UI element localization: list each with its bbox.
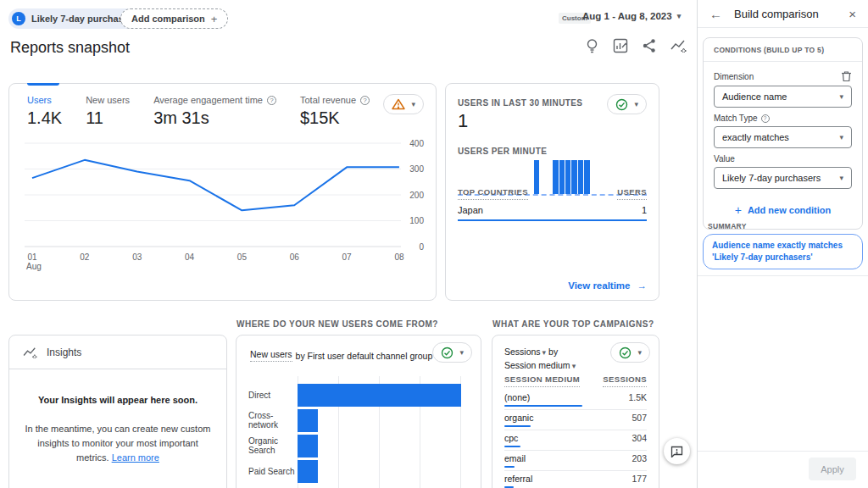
- help-icon[interactable]: ?: [761, 114, 770, 123]
- session-medium-value: referral: [504, 474, 532, 484]
- feedback-button[interactable]: [664, 438, 690, 464]
- dimension-select[interactable]: Audience name ▾: [714, 86, 852, 108]
- check-circle-icon: [615, 98, 628, 111]
- report-toolbar: [585, 38, 687, 53]
- metrics-overview-card: Users1.4KNew users11Average engagement t…: [8, 83, 437, 301]
- date-range-selector[interactable]: Aug 1 - Aug 8, 2023 ▾: [582, 11, 681, 21]
- date-range-label: Aug 1 - Aug 8, 2023: [582, 11, 672, 21]
- sessions-value: 1.5K: [628, 392, 647, 402]
- data-quality-ok-dropdown[interactable]: ▾: [607, 94, 647, 114]
- conditions-body: Dimension Audience name ▾ Match Type ?: [704, 62, 862, 189]
- sessions-value: 304: [632, 433, 647, 443]
- metric-tab-label: New users: [86, 95, 130, 105]
- table-row-organic: organic507: [504, 410, 647, 430]
- insights-headline: Your Insights will appear here soon.: [25, 395, 211, 405]
- metric-tab-label: Users: [27, 95, 62, 105]
- match-type-label-row: Match Type ?: [714, 114, 852, 123]
- sessions-proportion-bar: [504, 446, 520, 447]
- conditions-card: CONDITIONS (BUILD UP TO 5) Dimension Aud…: [703, 37, 863, 230]
- campaigns-metric-dropdown[interactable]: Sessions▾: [504, 347, 546, 357]
- summary-condition-chip[interactable]: Audience name exactly matches 'Likely 7-…: [703, 234, 863, 269]
- dimension-label-row: Dimension: [714, 70, 852, 82]
- chevron-down-icon: ▾: [839, 92, 843, 101]
- add-comparison-button[interactable]: Add comparison +: [120, 8, 228, 29]
- insights-paragraph: In the meantime, you can create new cust…: [25, 422, 211, 465]
- data-quality-ok-dropdown[interactable]: ▾: [432, 342, 472, 363]
- channel-bar: [298, 460, 318, 483]
- campaigns-dimension-dropdown[interactable]: Session medium▾: [504, 360, 576, 370]
- channel-label: Cross-network: [248, 411, 298, 430]
- channel-bar-track: [298, 384, 481, 407]
- campaigns-chart-title: Sessions▾ by Session medium▾: [504, 346, 576, 373]
- arrow-right-icon: →: [637, 280, 648, 291]
- realtime-card: USERS IN LAST 30 MINUTES ▾ 1 USERS PER M…: [445, 83, 659, 301]
- page-title: Reports snapshot: [10, 39, 130, 57]
- value-label-row: Value: [714, 154, 852, 164]
- match-type-select[interactable]: exactly matches ▾: [714, 126, 852, 148]
- close-icon[interactable]: ×: [849, 7, 856, 21]
- value-select[interactable]: Likely 7-day purchasers ▾: [714, 167, 852, 189]
- svg-text:07: 07: [342, 252, 353, 262]
- table-row--none-: (none)1.5K: [504, 390, 647, 410]
- trending-insights-icon[interactable]: [670, 39, 687, 53]
- campaigns-table: (none)1.5Korganic507cpc304email203referr…: [504, 390, 647, 488]
- metric-tab-total-revenue[interactable]: Total revenue?$15K: [300, 95, 370, 128]
- view-realtime-label: View realtime: [568, 280, 630, 291]
- customize-report-icon[interactable]: [613, 38, 628, 53]
- country-users: 1: [642, 205, 647, 215]
- svg-text:Aug: Aug: [26, 262, 42, 271]
- insights-title: Insights: [47, 347, 81, 358]
- data-quality-ok-dropdown[interactable]: ▾: [610, 342, 650, 363]
- insights-lightbulb-icon[interactable]: [585, 38, 599, 53]
- dimension-select-value: Audience name: [722, 92, 787, 102]
- svg-text:400: 400: [409, 139, 424, 148]
- top-countries-header: TOP COUNTRIES USERS: [458, 187, 647, 200]
- metric-tab-average-engagement-time[interactable]: Average engagement time?3m 31s: [153, 95, 276, 128]
- campaigns-dimension-label: Session medium: [504, 360, 570, 370]
- learn-more-link[interactable]: Learn more: [112, 452, 159, 463]
- channel-bar: [298, 435, 318, 458]
- trash-icon[interactable]: [841, 70, 852, 82]
- metric-tab-users[interactable]: Users1.4K: [27, 95, 62, 128]
- metric-label-text: Average engagement time: [153, 95, 263, 105]
- data-quality-warning-dropdown[interactable]: ▾: [383, 94, 424, 114]
- users-column-header: USERS: [617, 187, 647, 200]
- match-type-label-text: Match Type: [714, 114, 758, 123]
- channels-dimension-label: by First user default channel group: [296, 351, 433, 361]
- insights-body: Your Insights will appear here soon. In …: [9, 369, 226, 469]
- metric-tab-label: Average engagement time?: [153, 95, 276, 105]
- check-circle-icon: [441, 347, 453, 359]
- session-medium-value: cpc: [504, 433, 518, 443]
- table-row-cpc: cpc304: [504, 430, 647, 451]
- share-icon[interactable]: [642, 38, 657, 53]
- conditions-header: CONDITIONS (BUILD UP TO 5): [704, 38, 862, 62]
- channel-label: Organic Search: [248, 436, 298, 455]
- channels-chart-title-dropdown[interactable]: New users by First user default channel …: [250, 349, 440, 362]
- metric-value: 3m 31s: [153, 108, 276, 128]
- chevron-down-icon: ▾: [839, 133, 843, 141]
- insights-header: Insights: [9, 336, 226, 369]
- channels-metric-label[interactable]: New users: [250, 349, 292, 362]
- help-icon[interactable]: ?: [267, 96, 276, 105]
- metric-value: $15K: [300, 108, 370, 128]
- comparison-chip-avatar: L: [12, 12, 25, 25]
- chevron-down-icon: ▾: [542, 348, 547, 357]
- channel-bar-track: [298, 460, 481, 483]
- back-arrow-icon[interactable]: ←: [709, 7, 722, 21]
- sessions-proportion-bar: [504, 425, 531, 427]
- country-proportion-bar: [458, 219, 647, 221]
- chevron-down-icon: ▾: [634, 100, 638, 108]
- chevron-down-icon: ▾: [637, 348, 642, 357]
- svg-text:02: 02: [80, 252, 90, 262]
- svg-text:01: 01: [27, 252, 37, 262]
- channel-row-organic-search: Organic Search: [236, 433, 481, 458]
- metric-tab-new-users[interactable]: New users11: [86, 95, 130, 128]
- svg-text:05: 05: [237, 252, 248, 262]
- active-tab-indicator: [27, 83, 59, 86]
- help-icon[interactable]: ?: [360, 96, 370, 105]
- sessions-proportion-bar: [504, 466, 515, 468]
- svg-text:06: 06: [290, 252, 300, 262]
- apply-button[interactable]: Apply: [809, 458, 856, 480]
- view-realtime-link[interactable]: View realtime →: [568, 280, 647, 291]
- top-countries-column-header: TOP COUNTRIES: [458, 187, 528, 200]
